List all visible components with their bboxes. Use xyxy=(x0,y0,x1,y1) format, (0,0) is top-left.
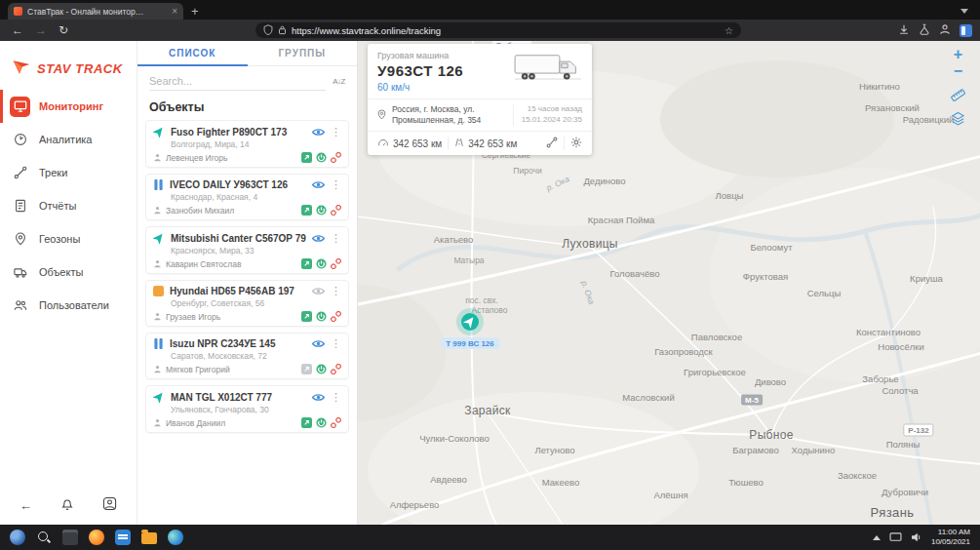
vehicle-state-icon xyxy=(153,338,164,349)
new-tab-button[interactable]: + xyxy=(191,4,199,19)
map-place-label: Фруктовая xyxy=(743,271,788,282)
tab-close-icon[interactable]: × xyxy=(172,7,177,17)
visibility-eye-icon[interactable] xyxy=(312,180,325,189)
objects-icon xyxy=(10,262,30,283)
sort-az-icon[interactable]: A↓Z xyxy=(333,77,345,86)
taskbar-app-edge-icon[interactable] xyxy=(168,530,183,545)
kebab-menu-icon[interactable]: ⋮ xyxy=(331,286,341,296)
sidebar-item-reports[interactable]: Отчёты xyxy=(0,189,137,222)
sidebar-item-geozones[interactable]: Геозоны xyxy=(0,222,137,255)
tab-list[interactable]: СПИСОК xyxy=(137,41,248,65)
vehicle-card[interactable]: Hyundai HD65 Р456АВ 197⋮Оренбург, Советс… xyxy=(145,280,349,327)
link-status-icon xyxy=(331,311,341,322)
zoom-in-button[interactable]: + xyxy=(954,46,962,62)
route-icon[interactable] xyxy=(546,137,558,150)
extensions-icon[interactable] xyxy=(919,21,930,39)
app-logo[interactable]: STAV TRACK xyxy=(0,41,137,90)
back-button[interactable]: ← xyxy=(12,24,23,36)
sidebar-nav: МониторингАналитикаТрекиОтчётыГеозоныОбъ… xyxy=(0,90,137,322)
reload-button[interactable]: ↻ xyxy=(59,24,68,36)
gps-status-icon xyxy=(301,417,312,428)
map-place-label: Радовицкий xyxy=(903,114,955,125)
address-line-2: Промышленная, д. 354 xyxy=(392,115,513,126)
search-input[interactable] xyxy=(149,72,326,91)
visibility-eye-icon[interactable] xyxy=(312,287,325,295)
kebab-menu-icon[interactable]: ⋮ xyxy=(331,233,341,244)
chevron-down-icon[interactable] xyxy=(960,9,968,14)
tray-volume-icon[interactable] xyxy=(911,529,922,546)
map-place-label: Масловский xyxy=(622,392,674,403)
map-place-label: Макеево xyxy=(542,477,579,488)
tray-display-icon[interactable] xyxy=(889,529,902,546)
url-text[interactable]: https://www.stavtrack.online/tracking xyxy=(292,25,720,36)
gps-status-icon xyxy=(301,205,312,216)
taskbar-app-terminal-icon[interactable] xyxy=(62,530,78,545)
sidebar-item-users[interactable]: Пользователи xyxy=(0,289,137,322)
sidebar-item-objects[interactable]: Объекты xyxy=(0,255,137,289)
tab-groups[interactable]: ГРУППЫ xyxy=(248,41,358,65)
url-bar[interactable]: https://www.stavtrack.online/tracking ☆ xyxy=(255,22,741,38)
link-status-icon xyxy=(331,152,341,163)
vehicle-card[interactable]: Mitsubishi Canter С567ОР 790⋮Красноярск,… xyxy=(145,226,349,274)
vehicle-card[interactable]: Fuso Fighter Р890СТ 173⋮Волгоград, Мира,… xyxy=(145,120,349,168)
layers-icon[interactable] xyxy=(951,111,965,126)
visibility-eye-icon[interactable] xyxy=(312,234,325,243)
download-icon[interactable] xyxy=(898,21,910,39)
driver-icon xyxy=(153,153,162,162)
vehicle-name: MAN TGL Х012СТ 777 xyxy=(171,392,306,403)
sidebar-bottom-bar: ← xyxy=(0,496,137,515)
gauge-icon xyxy=(377,138,389,149)
system-clock[interactable]: 11:00 AM 10/05/2021 xyxy=(931,528,970,548)
bookmark-star-icon[interactable]: ☆ xyxy=(725,25,733,36)
taskbar-search-icon[interactable] xyxy=(36,530,52,545)
vehicle-marker-icon[interactable] xyxy=(461,313,479,331)
account-icon[interactable] xyxy=(102,496,117,515)
map-place-label: Рязань xyxy=(871,505,915,520)
marker-plate-label[interactable]: Т 999 ВС 126 xyxy=(441,337,499,349)
clock-date: 10/05/2021 xyxy=(931,537,970,547)
gps-status-icon xyxy=(301,311,312,322)
map-place-label: Головачёво xyxy=(610,268,660,279)
map-place-label: Заборье xyxy=(862,373,898,384)
kebab-menu-icon[interactable]: ⋮ xyxy=(331,179,341,190)
vehicle-state-icon xyxy=(153,126,165,138)
ruler-icon[interactable] xyxy=(951,88,965,102)
road-icon xyxy=(454,138,464,149)
map-controls: + − xyxy=(951,46,965,126)
map-area[interactable]: НикитиноРязановскийРадовицкийСергиевские… xyxy=(358,41,980,525)
browser-tab[interactable]: СтавТрак - Онлайн монитор… × xyxy=(8,3,183,20)
collapse-back-icon[interactable]: ← xyxy=(20,499,32,512)
tray-chevron-up-icon[interactable] xyxy=(873,535,881,540)
taskbar-app-firefox-icon[interactable] xyxy=(89,530,104,545)
visibility-eye-icon[interactable] xyxy=(312,128,325,137)
zoom-out-button[interactable]: − xyxy=(954,62,962,79)
sidepanel-toggle-icon[interactable] xyxy=(960,24,972,37)
link-status-icon xyxy=(331,258,341,269)
vehicle-card[interactable]: IVECO DAILY У963СТ 126⋮Краснодар, Красна… xyxy=(145,174,349,220)
forward-button[interactable]: → xyxy=(35,24,47,36)
kebab-menu-icon[interactable]: ⋮ xyxy=(331,392,341,403)
settings-gear-icon[interactable] xyxy=(570,137,582,150)
lock-icon xyxy=(278,21,287,39)
visibility-eye-icon[interactable] xyxy=(312,339,325,348)
app-window: STAV TRACK МониторингАналитикаТрекиОтчёт… xyxy=(0,41,980,525)
notifications-bell-icon[interactable] xyxy=(60,497,74,515)
ignition-status-icon xyxy=(316,311,327,322)
vehicle-card[interactable]: MAN TGL Х012СТ 777⋮Ульяновск, Гончарова,… xyxy=(145,385,349,433)
last-update: 15 часов назад 15.01.2024 20:35 xyxy=(513,104,582,126)
sidebar-item-tracks[interactable]: Треки xyxy=(0,156,137,189)
visibility-eye-icon[interactable] xyxy=(312,393,325,402)
vehicle-address: Волгоград, Мира, 14 xyxy=(153,138,341,152)
sidebar-item-analytics[interactable]: Аналитика xyxy=(0,123,137,156)
vehicle-card[interactable]: Isuzu NPR С234УЕ 145⋮Саратов, Московская… xyxy=(145,333,349,379)
taskbar-app-browser-icon[interactable] xyxy=(10,530,25,545)
sidebar-item-monitoring[interactable]: Мониторинг xyxy=(0,90,137,123)
profile-icon[interactable] xyxy=(939,21,951,39)
kebab-menu-icon[interactable]: ⋮ xyxy=(331,338,341,349)
taskbar-app-chat-icon[interactable] xyxy=(115,530,131,545)
shield-icon[interactable] xyxy=(263,21,273,39)
kebab-menu-icon[interactable]: ⋮ xyxy=(331,127,341,138)
link-status-icon xyxy=(331,205,341,216)
taskbar-app-files-icon[interactable] xyxy=(141,532,157,544)
driver-icon xyxy=(153,259,162,268)
